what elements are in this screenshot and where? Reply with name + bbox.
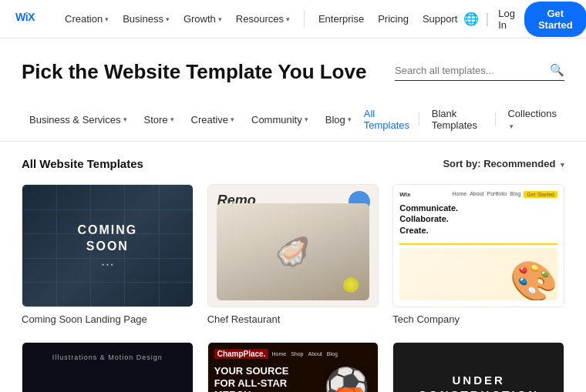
template-thumbnail: Wix HomeAboutPortfolioBlog Get Started C… — [392, 184, 564, 307]
get-started-button[interactable]: Get Started — [524, 2, 586, 37]
login-link[interactable]: Log In — [495, 3, 518, 35]
template-card[interactable]: ChampPlace. HomeShopAboutBlog YOUR SOURC… — [207, 342, 379, 392]
filter-community[interactable]: Community ▾ — [244, 110, 316, 129]
section-title: All Website Templates — [22, 157, 143, 170]
template-thumbnail: ChampPlace. HomeShopAboutBlog YOUR SOURC… — [207, 342, 379, 392]
wix-logo[interactable]: WiX — [15, 9, 45, 29]
nav-item-pricing[interactable]: Pricing — [372, 8, 415, 29]
chevron-icon: ▾ — [231, 116, 234, 123]
chevron-icon: ▾ — [123, 116, 127, 123]
chevron-icon: ▾ — [166, 15, 170, 23]
template-thumbnail: COMINGSOON • • • — [22, 184, 194, 307]
template-name: Chef Restaurant — [207, 313, 379, 325]
nav-right: 🌐 | Log In Get Started — [463, 2, 586, 37]
svg-text:WiX: WiX — [15, 10, 35, 22]
navbar: WiX Creation ▾ Business ▾ Growth ▾ Resou… — [0, 0, 586, 39]
content-header: All Website Templates Sort by: Recommend… — [22, 157, 564, 170]
nav-item-resources[interactable]: Resources ▾ — [230, 8, 296, 29]
thumb-headline: YOUR SOURCE FOR ALL-STAR MERCH — [214, 365, 309, 392]
template-card[interactable]: UNDERCONSTRUCTION ◂ ▸ ▸ ▸ Coming Soon La… — [392, 342, 564, 392]
all-templates-filter[interactable]: All Templates — [359, 104, 414, 135]
sort-control[interactable]: Sort by: Recommended ▾ — [443, 158, 564, 169]
chevron-icon: ▾ — [218, 15, 222, 23]
filter-right: All Templates Blank Templates Collection… — [359, 104, 564, 135]
nav-item-support[interactable]: Support — [416, 8, 464, 29]
chevron-icon: ▾ — [305, 116, 308, 123]
filter-bar: Business & Services ▾ Store ▾ Creative ▾… — [0, 98, 586, 142]
template-thumbnail: Illustrations & Motion Design — [22, 342, 194, 392]
template-thumbnail: UNDERCONSTRUCTION ◂ ▸ ▸ ▸ — [392, 342, 564, 392]
filter-divider — [495, 112, 496, 126]
chevron-icon: ▾ — [510, 122, 514, 130]
filter-creative[interactable]: Creative ▾ — [184, 110, 242, 129]
filter-business[interactable]: Business & Services ▾ — [22, 110, 135, 129]
template-card[interactable]: Illustrations & Motion Design Illustrato… — [22, 342, 194, 392]
template-thumbnail: Remo 🦪 — [207, 184, 379, 307]
filter-divider — [419, 112, 419, 126]
nav-item-business[interactable]: Business ▾ — [116, 8, 176, 29]
page-title: Pick the Website Template You Love — [22, 60, 366, 84]
nav-links: Creation ▾ Business ▾ Growth ▾ Resources… — [59, 8, 463, 29]
chevron-icon: ▾ — [286, 15, 290, 23]
chevron-icon: ▾ — [105, 15, 109, 23]
filter-blog[interactable]: Blog ▾ — [318, 110, 359, 129]
nav-item-enterprise[interactable]: Enterprise — [312, 8, 370, 29]
thumb-text: Illustrations & Motion Design — [22, 353, 193, 361]
filter-categories: Business & Services ▾ Store ▾ Creative ▾… — [22, 110, 359, 129]
thumb-header: ChampPlace. HomeShopAboutBlog — [214, 349, 372, 359]
thumb-text: UNDERCONSTRUCTION — [418, 373, 539, 393]
nav-item-growth[interactable]: Growth ▾ — [177, 8, 228, 29]
thumb-header: Wix HomeAboutPortfolioBlog Get Started — [399, 191, 557, 198]
template-card[interactable]: Remo 🦪 Chef Restaurant — [207, 184, 379, 325]
thumb-illustration: 🎨 — [510, 262, 557, 300]
thumb-headline: Communicate.Collaborate.Create. — [399, 203, 557, 236]
template-card[interactable]: Wix HomeAboutPortfolioBlog Get Started C… — [392, 184, 564, 325]
hero-section: Pick the Website Template You Love 🔍 — [0, 39, 586, 98]
chevron-icon: ▾ — [170, 116, 174, 123]
search-icon[interactable]: 🔍 — [550, 63, 564, 77]
chevron-icon: ▾ — [348, 116, 352, 123]
filter-store[interactable]: Store ▾ — [136, 110, 182, 129]
template-name: Coming Soon Landing Page — [22, 313, 194, 325]
template-card[interactable]: COMINGSOON • • • Coming Soon Landing Pag… — [22, 184, 194, 325]
nav-divider-right: | — [485, 11, 489, 27]
search-box: 🔍 — [395, 63, 564, 81]
template-grid: COMINGSOON • • • Coming Soon Landing Pag… — [22, 184, 564, 392]
blank-templates-filter[interactable]: Blank Templates — [424, 104, 490, 135]
content-area: All Website Templates Sort by: Recommend… — [0, 142, 586, 392]
search-input[interactable] — [395, 65, 545, 76]
chevron-icon: ▾ — [561, 161, 564, 169]
nav-item-creation[interactable]: Creation ▾ — [59, 8, 115, 29]
collections-filter[interactable]: Collections ▾ — [500, 104, 564, 135]
globe-icon[interactable]: 🌐 — [463, 12, 479, 26]
template-name: Tech Company — [392, 313, 564, 325]
nav-divider — [304, 11, 305, 28]
